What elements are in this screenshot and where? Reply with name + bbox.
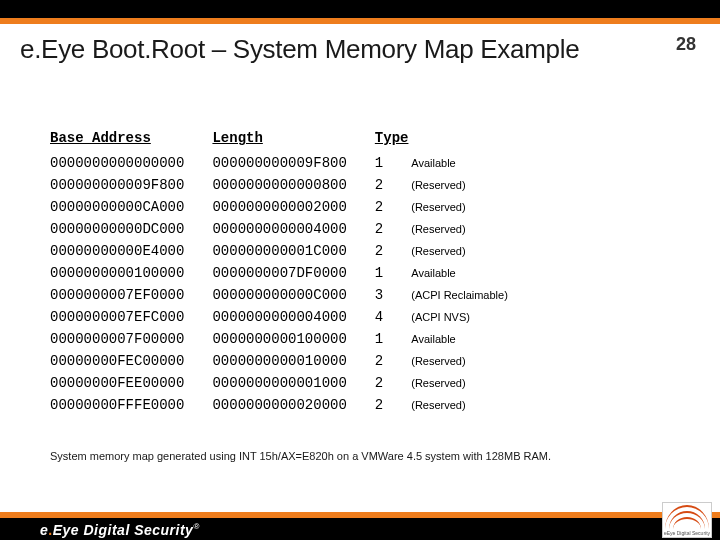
col-base-header: Base Address bbox=[50, 128, 212, 152]
cell-length: 0000000007DF0000 bbox=[212, 262, 374, 284]
cell-base: 00000000000CA000 bbox=[50, 196, 212, 218]
cell-type-code: 2 bbox=[375, 218, 411, 240]
cell-type-code: 2 bbox=[375, 372, 411, 394]
cell-type-code: 2 bbox=[375, 350, 411, 372]
cell-type-label: Available bbox=[411, 262, 536, 284]
cell-type-label: (ACPI NVS) bbox=[411, 306, 536, 328]
page-title: e.Eye Boot.Root – System Memory Map Exam… bbox=[20, 34, 579, 65]
memory-map-table: Base Address Length Type 000000000000000… bbox=[50, 128, 536, 416]
cell-type-code: 2 bbox=[375, 196, 411, 218]
cell-base: 0000000007EF0000 bbox=[50, 284, 212, 306]
cell-length: 0000000000000800 bbox=[212, 174, 374, 196]
cell-type-code: 2 bbox=[375, 240, 411, 262]
cell-base: 000000000009F800 bbox=[50, 174, 212, 196]
cell-type-label: (ACPI Reclaimable) bbox=[411, 284, 536, 306]
eeye-logo-icon: eEye Digital Security bbox=[662, 502, 712, 538]
cell-length: 0000000000001000 bbox=[212, 372, 374, 394]
cell-length: 0000000000020000 bbox=[212, 394, 374, 416]
cell-type-label: (Reserved) bbox=[411, 174, 536, 196]
cell-length: 000000000009F800 bbox=[212, 152, 374, 174]
table-row: 0000000007EFC00000000000000040004(ACPI N… bbox=[50, 306, 536, 328]
cell-type-code: 1 bbox=[375, 152, 411, 174]
cell-base: 00000000000DC000 bbox=[50, 218, 212, 240]
cell-type-label: Available bbox=[411, 152, 536, 174]
cell-type-label: (Reserved) bbox=[411, 218, 536, 240]
cell-type-code: 2 bbox=[375, 174, 411, 196]
cell-base: 0000000000100000 bbox=[50, 262, 212, 284]
logo-text: eEye Digital Security bbox=[663, 531, 711, 536]
brand-registered-icon: ® bbox=[193, 522, 199, 531]
cell-base: 0000000007F00000 bbox=[50, 328, 212, 350]
table-row: 000000000009F80000000000000008002(Reserv… bbox=[50, 174, 536, 196]
table-row: 00000000000CA00000000000000020002(Reserv… bbox=[50, 196, 536, 218]
cell-length: 0000000000010000 bbox=[212, 350, 374, 372]
cell-type-label: (Reserved) bbox=[411, 394, 536, 416]
cell-type-code: 3 bbox=[375, 284, 411, 306]
cell-type-code: 4 bbox=[375, 306, 411, 328]
top-orange-bar bbox=[0, 18, 720, 24]
cell-length: 0000000000004000 bbox=[212, 306, 374, 328]
cell-base: 00000000FEE00000 bbox=[50, 372, 212, 394]
logo-arcs bbox=[665, 505, 709, 527]
page-number: 28 bbox=[676, 34, 696, 55]
cell-type-label: (Reserved) bbox=[411, 372, 536, 394]
cell-base: 0000000000000000 bbox=[50, 152, 212, 174]
table-header-row: Base Address Length Type bbox=[50, 128, 536, 152]
cell-type-code: 1 bbox=[375, 262, 411, 284]
cell-length: 000000000000C000 bbox=[212, 284, 374, 306]
cell-base: 00000000FFFE0000 bbox=[50, 394, 212, 416]
table-row: 0000000000000000000000000009F8001Availab… bbox=[50, 152, 536, 174]
top-black-bar bbox=[0, 0, 720, 18]
table-row: 00000000001000000000000007DF00001Availab… bbox=[50, 262, 536, 284]
col-length-header: Length bbox=[212, 128, 374, 152]
table-row: 00000000000DC00000000000000040002(Reserv… bbox=[50, 218, 536, 240]
brand-rest: Eye Digital Security bbox=[53, 522, 194, 538]
table-row: 00000000FFFE000000000000000200002(Reserv… bbox=[50, 394, 536, 416]
table-row: 00000000FEE0000000000000000010002(Reserv… bbox=[50, 372, 536, 394]
table-row: 00000000000E4000000000000001C0002(Reserv… bbox=[50, 240, 536, 262]
cell-type-label: (Reserved) bbox=[411, 240, 536, 262]
cell-type-code: 1 bbox=[375, 328, 411, 350]
cell-length: 0000000000100000 bbox=[212, 328, 374, 350]
cell-base: 0000000007EFC000 bbox=[50, 306, 212, 328]
cell-type-label: Available bbox=[411, 328, 536, 350]
cell-length: 000000000001C000 bbox=[212, 240, 374, 262]
cell-length: 0000000000004000 bbox=[212, 218, 374, 240]
table-row: 0000000007EF0000000000000000C0003(ACPI R… bbox=[50, 284, 536, 306]
table-row: 00000000FEC0000000000000000100002(Reserv… bbox=[50, 350, 536, 372]
cell-base: 00000000FEC00000 bbox=[50, 350, 212, 372]
table-row: 0000000007F0000000000000001000001Availab… bbox=[50, 328, 536, 350]
cell-base: 00000000000E4000 bbox=[50, 240, 212, 262]
caption-text: System memory map generated using INT 15… bbox=[50, 450, 551, 462]
cell-length: 0000000000002000 bbox=[212, 196, 374, 218]
cell-type-code: 2 bbox=[375, 394, 411, 416]
brand-wordmark: e.Eye Digital Security® bbox=[40, 522, 200, 538]
cell-type-label: (Reserved) bbox=[411, 196, 536, 218]
cell-type-label: (Reserved) bbox=[411, 350, 536, 372]
col-type-header: Type bbox=[375, 128, 536, 152]
